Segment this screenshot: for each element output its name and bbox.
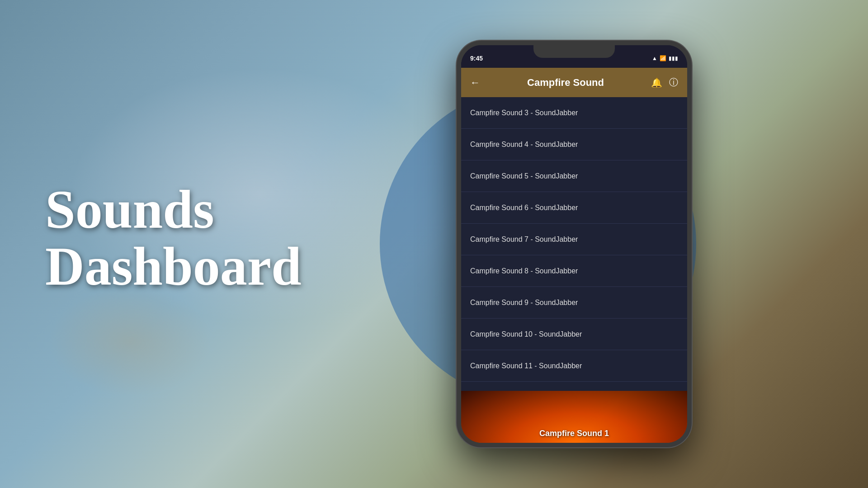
promo-line2: Dashboard <box>45 236 302 296</box>
status-time: 9:45 <box>470 55 483 62</box>
status-icons: ▲ 📶 ▮▮▮ <box>652 55 678 61</box>
sound-list-item[interactable]: Campfire Sound 9 - SoundJabber <box>461 287 687 319</box>
sound-list-item[interactable]: Campfire Sound 4 - SoundJabber <box>461 129 687 160</box>
battery-icon: ▮▮▮ <box>669 55 678 61</box>
app-header: ← Campfire Sound 🔔 ⓘ <box>461 68 687 97</box>
phone-volume-button <box>691 158 692 190</box>
wifi-icon: 📶 <box>660 55 666 61</box>
sound-list-item[interactable]: Campfire Sound 7 - SoundJabber <box>461 224 687 255</box>
bottom-strip-label: Campfire Sound 1 <box>539 411 609 443</box>
sound-list-item[interactable]: Campfire Sound 6 - SoundJabber <box>461 192 687 224</box>
back-button[interactable]: ← <box>470 77 480 89</box>
app-title: Campfire Sound <box>527 77 604 89</box>
bottom-fire-strip: Campfire Sound 1 <box>461 391 687 443</box>
promo-text: Sounds Dashboard <box>45 181 302 295</box>
sound-list: Campfire Sound 3 - SoundJabberCampfire S… <box>461 97 687 393</box>
bell-icon[interactable]: 🔔 <box>651 77 662 88</box>
promo-line1: Sounds <box>45 179 214 239</box>
sound-list-item[interactable]: Campfire Sound 3 - SoundJabber <box>461 97 687 129</box>
sound-list-item[interactable]: Campfire Sound 10 - SoundJabber <box>461 319 687 350</box>
phone-body: 9:45 ▲ 📶 ▮▮▮ ← Campfire Sound 🔔 ⓘ Campfi… <box>457 41 692 447</box>
phone-power-button <box>691 117 692 149</box>
phone-side-button <box>457 136 458 181</box>
signal-icon: ▲ <box>652 55 657 61</box>
phone-mockup: 9:45 ▲ 📶 ▮▮▮ ← Campfire Sound 🔔 ⓘ Campfi… <box>457 41 692 447</box>
sound-list-item[interactable]: Campfire Sound 5 - SoundJabber <box>461 160 687 192</box>
sound-list-item[interactable]: Campfire Sound 8 - SoundJabber <box>461 255 687 287</box>
header-actions: 🔔 ⓘ <box>651 76 678 89</box>
sound-list-item[interactable]: Campfire Sound 11 - SoundJabber <box>461 350 687 382</box>
info-icon[interactable]: ⓘ <box>669 76 678 89</box>
phone-notch <box>533 45 615 58</box>
